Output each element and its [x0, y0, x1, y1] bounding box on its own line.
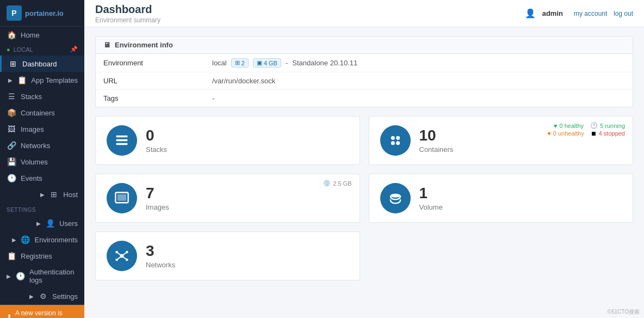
networks-svg-icon — [114, 248, 129, 264]
sidebar-item-volumes[interactable]: 💾 Volumes — [0, 154, 84, 170]
stacks-sidebar-icon: ☰ — [7, 92, 16, 101]
sidebar-item-networks-label: Networks — [21, 142, 50, 150]
sidebar-item-host[interactable]: ▶ ⊞ Host — [0, 186, 84, 203]
settings-section-label: SETTINGS — [7, 207, 36, 213]
watermark: ©51CTO搜索 — [608, 308, 640, 316]
environments-sidebar-icon: 🌐 — [21, 235, 30, 244]
topbar-titles: Dashboard Environment summary — [95, 3, 160, 24]
panel-title: Environment info — [115, 41, 173, 49]
sidebar-item-events[interactable]: 🕐 Events — [0, 170, 84, 186]
chevron-right-settings-icon: ▶ — [29, 293, 34, 299]
environment-info-panel: 🖥 Environment info Environment local ⊞ 2 — [95, 36, 633, 107]
sidebar-item-containers-label: Containers — [21, 109, 55, 117]
volumes-stat-info: 1 Volume — [419, 185, 443, 211]
containers-svg-icon — [388, 133, 403, 148]
sidebar-item-stacks[interactable]: ☰ Stacks — [0, 88, 84, 105]
stacks-stat-info: 0 Stacks — [146, 127, 167, 154]
host-sidebar-icon: ⊞ — [49, 190, 59, 199]
containers-label: Containers — [419, 145, 454, 154]
volumes-label: Volume — [419, 203, 443, 211]
main-content: Dashboard Environment summary 👤 admin my… — [84, 0, 644, 318]
images-meta: 💿 2.5 GB — [323, 180, 351, 187]
sidebar-item-auth-logs-label: Authentication logs — [29, 268, 78, 284]
update-icon: ⬆ — [7, 313, 12, 318]
sidebar-item-home[interactable]: 🏠 Home — [0, 27, 84, 43]
sidebar-item-environments-label: Environments — [35, 236, 78, 244]
stats-right-column: 10 Containers ♥ 0 healthy 🕐 5 running ♥ … — [369, 116, 634, 280]
settings-section-header: SETTINGS — [0, 203, 84, 215]
cpu-count: 2 — [242, 60, 245, 66]
sidebar-item-images[interactable]: 🖼 Images — [0, 121, 84, 137]
url-value-cell: /var/run/docker.sock — [205, 72, 633, 90]
unhealthy-row: ♥ 0 unhealthy ⏹ 4 stopped — [547, 130, 625, 137]
containers-health: ♥ 0 healthy 🕐 5 running ♥ 0 unhealthy ⏹ … — [547, 122, 625, 137]
sidebar-item-settings[interactable]: ▶ ⚙ Settings — [0, 288, 84, 304]
standalone-label: - — [286, 59, 288, 67]
running-count: 5 running — [600, 123, 625, 129]
sidebar-item-registries[interactable]: 📋 Registries — [0, 248, 84, 264]
sidebar-item-users[interactable]: ▶ 👤 Users — [0, 215, 84, 231]
sidebar-item-dashboard-label: Dashboard — [22, 60, 57, 68]
containers-stat-card[interactable]: 10 Containers ♥ 0 healthy 🕐 5 running ♥ … — [369, 116, 634, 165]
images-icon-circle — [107, 183, 137, 213]
username: admin — [542, 9, 563, 17]
volumes-stat-card[interactable]: 1 Volume — [369, 174, 634, 223]
events-sidebar-icon: 🕐 — [7, 174, 16, 182]
images-sidebar-icon: 🖼 — [7, 125, 16, 133]
my-account-link[interactable]: my account — [574, 10, 607, 17]
user-area: 👤 admin my account log out — [525, 8, 633, 19]
sidebar-item-app-templates[interactable]: ▶ 📋 App Templates — [0, 72, 84, 88]
sidebar-item-networks[interactable]: 🔗 Networks — [0, 137, 84, 154]
svg-point-18 — [396, 141, 400, 145]
images-count: 7 — [146, 185, 169, 202]
server-icon: 🖥 — [103, 41, 110, 49]
chevron-right-env-icon: ▶ — [12, 237, 16, 243]
users-sidebar-icon: 👤 — [45, 219, 55, 228]
sidebar-item-dashboard[interactable]: ⊞ Dashboard — [0, 56, 84, 72]
ram-icon: ▣ — [257, 59, 262, 66]
stats-left-column: 0 Stacks 7 Images — [95, 116, 360, 280]
svg-rect-1 — [116, 139, 128, 141]
svg-line-13 — [117, 256, 122, 260]
dashboard-icon: ⊞ — [8, 59, 18, 68]
images-stat-card[interactable]: 7 Images 💿 2.5 GB — [95, 174, 360, 223]
networks-stat-card[interactable]: 3 Networks — [95, 231, 360, 280]
stopped-count: 4 stopped — [599, 130, 625, 137]
sidebar-bottom: ⬆ A new version is available P portainer… — [0, 304, 84, 318]
sidebar-item-events-label: Events — [21, 174, 42, 182]
healthy-row: ♥ 0 healthy 🕐 5 running — [554, 122, 625, 129]
sidebar-item-containers[interactable]: 📦 Containers — [0, 105, 84, 121]
sidebar-logo[interactable]: P portainer.io — [0, 0, 84, 27]
env-badges: local ⊞ 2 ▣ 4 GB - Standalon — [212, 58, 625, 68]
tags-value-cell: - — [205, 90, 633, 107]
networks-sidebar-icon: 🔗 — [7, 141, 16, 150]
standalone-value: Standalone 20.10.11 — [292, 59, 357, 67]
cpu-icon: ⊞ — [235, 59, 240, 66]
unhealthy-count: 0 unhealthy — [553, 130, 584, 137]
healthy-count: 0 healthy — [559, 123, 584, 129]
update-banner[interactable]: ⬆ A new version is available — [0, 305, 84, 318]
stacks-stat-card[interactable]: 0 Stacks — [95, 116, 360, 165]
images-stat-info: 7 Images — [146, 185, 169, 211]
sidebar-item-images-label: Images — [21, 125, 44, 133]
sidebar-item-host-label: Host — [63, 191, 78, 199]
sidebar-item-home-label: Home — [21, 31, 40, 39]
log-out-link[interactable]: log out — [614, 10, 633, 17]
sidebar-item-stacks-label: Stacks — [21, 93, 42, 101]
ram-value: 4 GB — [264, 60, 277, 66]
svg-rect-2 — [116, 143, 128, 145]
chevron-right-icon: ▶ — [8, 77, 13, 83]
containers-count: 10 — [419, 127, 454, 144]
containers-icon-circle — [380, 125, 411, 156]
svg-line-11 — [117, 252, 122, 256]
sidebar-item-auth-logs[interactable]: ▶ 🕐 Authentication logs — [0, 264, 84, 288]
chevron-right-auth-icon: ▶ — [7, 273, 11, 279]
env-pin-icon: 📌 — [70, 46, 78, 53]
volumes-count: 1 — [419, 185, 443, 202]
sidebar-item-environments[interactable]: ▶ 🌐 Environments — [0, 231, 84, 248]
ram-badge: ▣ 4 GB — [253, 58, 281, 68]
environment-info-panel-header: 🖥 Environment info — [96, 36, 633, 54]
env-name: local — [212, 59, 227, 67]
networks-icon-circle — [107, 241, 137, 271]
networks-label: Networks — [146, 261, 175, 269]
